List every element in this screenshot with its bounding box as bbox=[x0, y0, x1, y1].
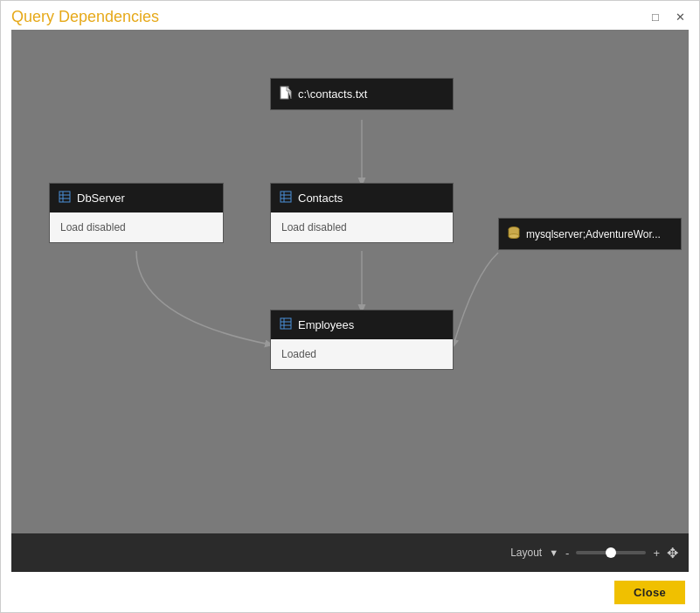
chevron-down-icon: ▼ bbox=[549, 547, 558, 558]
svg-rect-15 bbox=[281, 318, 291, 329]
svg-rect-5 bbox=[59, 192, 70, 202]
node-status-dbserver: Load disabled bbox=[50, 212, 223, 242]
node-label-contacts-txt: c:\contacts.txt bbox=[298, 87, 367, 101]
table-icon bbox=[59, 191, 71, 205]
node-header-dbserver: DbServer bbox=[50, 184, 223, 212]
close-button[interactable]: Close bbox=[614, 581, 685, 604]
node-contacts[interactable]: Contacts Load disabled bbox=[270, 183, 454, 243]
node-header-contacts: Contacts bbox=[271, 184, 453, 212]
bottom-toolbar: Layout ▼ - + ✥ bbox=[11, 533, 689, 572]
zoom-minus-label: - bbox=[565, 547, 569, 560]
fit-to-screen-button[interactable]: ✥ bbox=[667, 545, 678, 561]
svg-point-14 bbox=[509, 234, 519, 239]
main-window: Query Dependencies □ ✕ bbox=[0, 0, 700, 613]
node-label-mysql: mysqlserver;AdventureWor... bbox=[526, 228, 661, 240]
layout-dropdown-button[interactable]: ▼ bbox=[549, 547, 558, 558]
node-header-employees: Employees bbox=[271, 310, 453, 339]
title-bar: Query Dependencies □ ✕ bbox=[1, 1, 699, 30]
node-label-employees: Employees bbox=[298, 318, 354, 331]
minimize-button[interactable]: □ bbox=[647, 9, 664, 26]
window-title: Query Dependencies bbox=[11, 8, 159, 26]
zoom-thumb bbox=[606, 547, 616, 558]
window-controls: □ ✕ bbox=[647, 9, 689, 26]
node-label-contacts: Contacts bbox=[298, 192, 343, 205]
dependency-canvas: c:\contacts.txt DbServer Load disabled C… bbox=[11, 30, 689, 533]
node-contacts-txt[interactable]: c:\contacts.txt bbox=[270, 78, 454, 110]
node-header-contacts-txt: c:\contacts.txt bbox=[271, 79, 453, 109]
node-employees[interactable]: Employees Loaded bbox=[270, 310, 454, 370]
svg-rect-2 bbox=[281, 87, 288, 99]
close-window-button[interactable]: ✕ bbox=[671, 9, 689, 26]
node-header-mysql: mysqlserver;AdventureWor... bbox=[499, 219, 681, 249]
node-status-employees: Loaded bbox=[271, 339, 453, 369]
node-status-contacts: Load disabled bbox=[271, 212, 453, 242]
node-dbserver[interactable]: DbServer Load disabled bbox=[49, 183, 224, 243]
table-icon-contacts bbox=[280, 191, 292, 205]
svg-rect-9 bbox=[281, 192, 291, 202]
zoom-plus-label: + bbox=[653, 547, 660, 560]
footer-row: Close bbox=[1, 572, 699, 612]
layout-label: Layout bbox=[510, 547, 542, 559]
node-mysql[interactable]: mysqlserver;AdventureWor... bbox=[498, 218, 682, 250]
node-label-dbserver: DbServer bbox=[77, 192, 125, 205]
db-icon bbox=[508, 226, 520, 242]
file-icon bbox=[280, 86, 292, 102]
table-icon-employees bbox=[280, 317, 292, 332]
zoom-track[interactable] bbox=[576, 551, 646, 554]
